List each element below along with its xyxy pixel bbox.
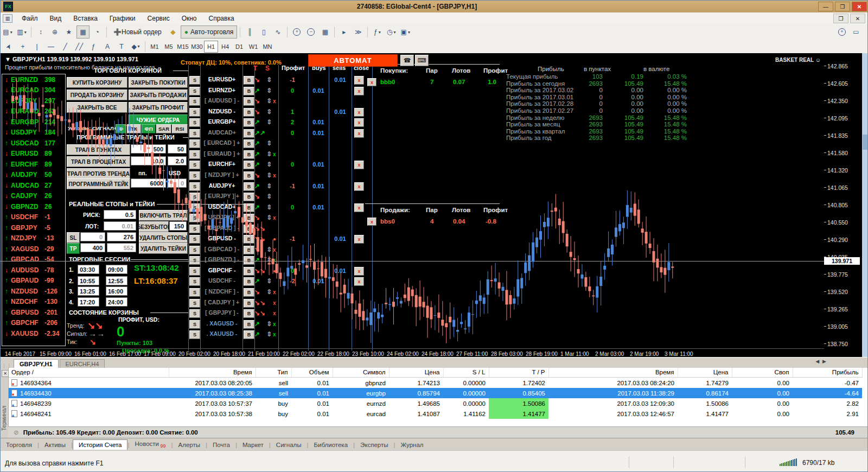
chart-scrollbar-thumb[interactable] <box>863 135 868 150</box>
menu-item-Вставка[interactable]: Вставка <box>67 15 104 22</box>
crosshair-window-icon[interactable]: ⊕ <box>48 25 61 39</box>
program-take-value2[interactable]: 0 <box>168 178 187 188</box>
close-row-button[interactable]: x <box>354 161 364 169</box>
buy-toggle-button[interactable]: B <box>244 277 254 286</box>
sl-value1[interactable]: 0 <box>80 232 105 241</box>
sell-toggle-button[interactable]: S <box>189 246 200 254</box>
strategy-tester-icon[interactable]: ◔ <box>91 25 104 39</box>
orders-column-header[interactable]: Объем <box>291 368 333 378</box>
table-row[interactable]: ▴1469482392017.03.03 10:57:37buy0.01eurn… <box>8 398 862 409</box>
close-row-button[interactable]: x <box>354 203 364 212</box>
watchlist-item[interactable]: ↓CADJPY26 <box>2 191 65 202</box>
tp-value1[interactable]: 400 <box>80 243 105 252</box>
sl-button[interactable]: SL <box>67 232 80 243</box>
watchlist-item[interactable]: ↑GBPJPY-5 <box>2 222 65 233</box>
watchlist-item[interactable]: ↑GBPAUD-99 <box>2 276 65 286</box>
delete-takes-button[interactable]: УДАЛИТЬ ТЕЙКИ <box>139 243 188 254</box>
risk-value[interactable]: 0.5 <box>104 210 136 219</box>
orders-column-header[interactable]: Прибыль <box>793 368 862 378</box>
buy-toggle-button[interactable]: B <box>244 288 254 297</box>
sell-toggle-button[interactable]: S <box>189 203 200 212</box>
tp-value2[interactable]: 552 <box>107 243 136 252</box>
market-watch-icon[interactable]: ↕ <box>34 25 47 39</box>
watchlist-item[interactable]: ↑XAGUSD-29 <box>2 244 65 254</box>
sell-toggle-button[interactable]: S <box>189 235 200 244</box>
watchlist-item[interactable]: ↓EURUSD89 <box>2 149 65 160</box>
periods-icon[interactable]: ◷▾ <box>385 25 398 39</box>
shapes-tool-icon[interactable]: ◆▾ <box>129 40 142 53</box>
trail-points-button[interactable]: ТРАЛ В ПУНКТАХ <box>67 144 130 155</box>
buy-toggle-button[interactable]: B <box>244 118 254 127</box>
buy-toggle-button[interactable]: B <box>244 235 254 244</box>
line-chart-icon[interactable]: ∿ <box>271 25 284 39</box>
terminal-close-icon[interactable]: ✕ <box>2 370 9 377</box>
watchlist-item[interactable]: ↓USDJPY184 <box>2 127 65 138</box>
terminal-tab-Библиотека[interactable]: Библиотека <box>309 440 354 450</box>
buy-toggle-button[interactable]: B <box>244 76 254 85</box>
cond-fp-button[interactable]: ФП <box>142 124 156 133</box>
automat-button[interactable]: АВТОМАТ <box>308 54 398 67</box>
sell-toggle-button[interactable]: S <box>189 161 200 169</box>
trail-points-value2[interactable]: 50 <box>168 144 187 154</box>
watchlist-item[interactable]: ↓EURCAD304 <box>2 85 65 96</box>
breakeven-value[interactable]: 150 <box>169 221 187 231</box>
session-4-end[interactable]: 24:00 <box>106 297 127 307</box>
auto-trading-button[interactable]: ●Авто-торговля <box>181 25 238 39</box>
tab-scroll-arrows[interactable]: ◀▶ <box>815 359 829 364</box>
chart-shift-icon[interactable]: ≫ <box>352 25 365 39</box>
sl-value2[interactable]: 276 <box>107 232 136 241</box>
sell-basket-button[interactable]: ПРОДАТЬ КОРЗИНУ <box>67 90 127 100</box>
templates-icon[interactable]: ▣▾ <box>399 25 412 39</box>
profiles-button[interactable]: ▥▾ <box>15 25 28 39</box>
session-3-start[interactable]: 13:25 <box>78 286 99 296</box>
timeframe-MN[interactable]: MN <box>260 41 275 53</box>
new-order-button[interactable]: ➕ Новый ордер <box>110 25 165 39</box>
orders-column-header[interactable]: Цена <box>678 368 732 378</box>
trail-percent-button[interactable]: ТРАЛ В ПРОЦЕНТАХ <box>67 156 130 167</box>
buy-toggle-button[interactable]: B <box>244 108 254 117</box>
chart-area[interactable]: ▼ GBPJPY,H1 139.919 139.992 139.910 139.… <box>1 53 868 357</box>
zoom-out-icon[interactable]: − <box>304 25 317 39</box>
orders-column-header[interactable]: Тип <box>256 368 291 378</box>
sell-toggle-button[interactable]: S <box>189 97 200 106</box>
close-button[interactable]: ✕ <box>852 2 867 11</box>
sell-toggle-button[interactable]: S <box>189 299 200 308</box>
menu-item-Окно[interactable]: Окно <box>176 15 203 22</box>
orders-column-header[interactable]: Символ <box>333 368 389 378</box>
buy-toggle-button[interactable]: B <box>244 267 254 276</box>
cond-rsi-button[interactable]: RSI <box>172 124 188 133</box>
orders-column-header[interactable]: Ордер / <box>8 368 169 378</box>
enable-trail-button[interactable]: ВКЛЮЧИТЬ ТРАЛ <box>139 210 188 221</box>
watchlist-item[interactable]: ↓EURJPY297 <box>2 95 65 106</box>
close-row-button[interactable]: x <box>354 108 364 117</box>
session-2-end[interactable]: 12:55 <box>106 276 127 285</box>
close-row-button[interactable]: x <box>354 267 364 276</box>
watchlist-item[interactable]: ↑NZDCHF-130 <box>2 297 65 308</box>
session-1-start[interactable]: 03:30 <box>78 265 99 274</box>
watchlist-item[interactable]: ↑GBPCHF-206 <box>2 318 65 329</box>
close-row-button[interactable]: x <box>354 129 364 138</box>
buy-toggle-button[interactable]: B <box>244 330 254 339</box>
timeframe-M1[interactable]: M1 <box>148 41 162 53</box>
cond-tk-button[interactable]: ТК <box>127 124 141 133</box>
close-row-button[interactable]: x <box>354 87 364 95</box>
chart-tab-GBPJPY,H1[interactable]: GBPJPY,H1 <box>14 359 59 368</box>
table-row[interactable]: ▾1469344302017.03.03 08:25:38sell0.01eur… <box>8 388 862 398</box>
cursor-tool-icon[interactable]: ➤ <box>2 40 15 53</box>
bar-chart-icon[interactable]: ║ <box>243 25 256 39</box>
vertical-line-tool-icon[interactable]: | <box>30 40 43 53</box>
session-3-end[interactable]: 16:00 <box>106 286 127 296</box>
close-profit-button[interactable]: ЗАКРЫТЬ ПРОФИТ <box>129 102 188 113</box>
sell-toggle-button[interactable]: S <box>189 182 200 191</box>
sell-toggle-button[interactable]: S <box>189 76 200 85</box>
orders-column-header[interactable]: Время <box>548 368 678 378</box>
timeframe-M30[interactable]: M30 <box>190 41 204 53</box>
chart-window-icon[interactable]: ▥ <box>3 14 12 23</box>
sell-toggle-button[interactable]: S <box>189 330 200 339</box>
buy-toggle-button[interactable]: B <box>244 182 254 191</box>
zoom-in-icon[interactable]: + <box>290 25 303 39</box>
timeframe-H4[interactable]: H4 <box>218 41 232 53</box>
indicators-icon[interactable]: ƒ▾ <box>371 25 384 39</box>
sell-toggle-button[interactable]: S <box>189 118 200 127</box>
sell-toggle-button[interactable]: S <box>189 309 200 318</box>
